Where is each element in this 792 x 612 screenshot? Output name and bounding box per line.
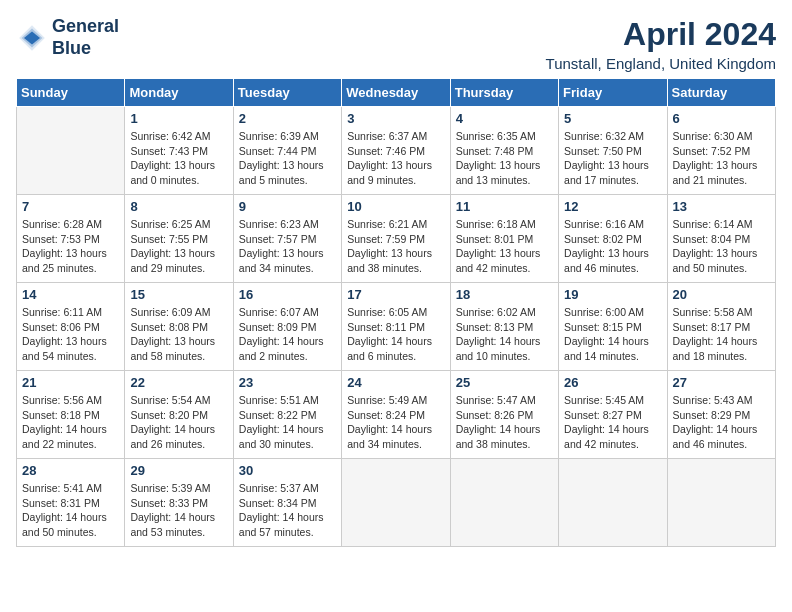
day-number: 6 xyxy=(673,111,770,126)
calendar-week-row: 1Sunrise: 6:42 AMSunset: 7:43 PMDaylight… xyxy=(17,107,776,195)
calendar-cell: 1Sunrise: 6:42 AMSunset: 7:43 PMDaylight… xyxy=(125,107,233,195)
day-info: Sunrise: 6:25 AMSunset: 7:55 PMDaylight:… xyxy=(130,217,227,276)
calendar-cell: 12Sunrise: 6:16 AMSunset: 8:02 PMDayligh… xyxy=(559,195,667,283)
day-info: Sunrise: 6:02 AMSunset: 8:13 PMDaylight:… xyxy=(456,305,553,364)
calendar-cell xyxy=(342,459,450,547)
day-info: Sunrise: 5:39 AMSunset: 8:33 PMDaylight:… xyxy=(130,481,227,540)
calendar-cell: 29Sunrise: 5:39 AMSunset: 8:33 PMDayligh… xyxy=(125,459,233,547)
day-info: Sunrise: 5:51 AMSunset: 8:22 PMDaylight:… xyxy=(239,393,336,452)
day-number: 21 xyxy=(22,375,119,390)
logo-text-line2: Blue xyxy=(52,38,119,60)
calendar-cell: 23Sunrise: 5:51 AMSunset: 8:22 PMDayligh… xyxy=(233,371,341,459)
day-number: 4 xyxy=(456,111,553,126)
calendar-cell: 4Sunrise: 6:35 AMSunset: 7:48 PMDaylight… xyxy=(450,107,558,195)
day-number: 27 xyxy=(673,375,770,390)
calendar-cell: 27Sunrise: 5:43 AMSunset: 8:29 PMDayligh… xyxy=(667,371,775,459)
day-number: 17 xyxy=(347,287,444,302)
calendar-cell: 21Sunrise: 5:56 AMSunset: 8:18 PMDayligh… xyxy=(17,371,125,459)
day-info: Sunrise: 6:14 AMSunset: 8:04 PMDaylight:… xyxy=(673,217,770,276)
logo: General Blue xyxy=(16,16,119,59)
calendar-week-row: 21Sunrise: 5:56 AMSunset: 8:18 PMDayligh… xyxy=(17,371,776,459)
day-info: Sunrise: 6:16 AMSunset: 8:02 PMDaylight:… xyxy=(564,217,661,276)
calendar-cell: 9Sunrise: 6:23 AMSunset: 7:57 PMDaylight… xyxy=(233,195,341,283)
day-info: Sunrise: 5:58 AMSunset: 8:17 PMDaylight:… xyxy=(673,305,770,364)
day-number: 1 xyxy=(130,111,227,126)
day-number: 10 xyxy=(347,199,444,214)
day-number: 22 xyxy=(130,375,227,390)
day-number: 24 xyxy=(347,375,444,390)
calendar-cell xyxy=(667,459,775,547)
day-number: 12 xyxy=(564,199,661,214)
location-title: Tunstall, England, United Kingdom xyxy=(546,55,776,72)
calendar-cell: 13Sunrise: 6:14 AMSunset: 8:04 PMDayligh… xyxy=(667,195,775,283)
calendar-cell: 7Sunrise: 6:28 AMSunset: 7:53 PMDaylight… xyxy=(17,195,125,283)
day-number: 20 xyxy=(673,287,770,302)
calendar-cell: 28Sunrise: 5:41 AMSunset: 8:31 PMDayligh… xyxy=(17,459,125,547)
day-number: 16 xyxy=(239,287,336,302)
day-info: Sunrise: 5:41 AMSunset: 8:31 PMDaylight:… xyxy=(22,481,119,540)
calendar-cell: 14Sunrise: 6:11 AMSunset: 8:06 PMDayligh… xyxy=(17,283,125,371)
calendar-cell: 11Sunrise: 6:18 AMSunset: 8:01 PMDayligh… xyxy=(450,195,558,283)
calendar-cell: 15Sunrise: 6:09 AMSunset: 8:08 PMDayligh… xyxy=(125,283,233,371)
day-info: Sunrise: 5:43 AMSunset: 8:29 PMDaylight:… xyxy=(673,393,770,452)
day-number: 2 xyxy=(239,111,336,126)
day-number: 11 xyxy=(456,199,553,214)
calendar-week-row: 28Sunrise: 5:41 AMSunset: 8:31 PMDayligh… xyxy=(17,459,776,547)
month-title: April 2024 xyxy=(546,16,776,53)
calendar-week-row: 14Sunrise: 6:11 AMSunset: 8:06 PMDayligh… xyxy=(17,283,776,371)
day-number: 7 xyxy=(22,199,119,214)
day-number: 13 xyxy=(673,199,770,214)
day-info: Sunrise: 6:35 AMSunset: 7:48 PMDaylight:… xyxy=(456,129,553,188)
day-info: Sunrise: 6:39 AMSunset: 7:44 PMDaylight:… xyxy=(239,129,336,188)
day-info: Sunrise: 5:56 AMSunset: 8:18 PMDaylight:… xyxy=(22,393,119,452)
day-info: Sunrise: 6:18 AMSunset: 8:01 PMDaylight:… xyxy=(456,217,553,276)
day-number: 23 xyxy=(239,375,336,390)
day-info: Sunrise: 6:28 AMSunset: 7:53 PMDaylight:… xyxy=(22,217,119,276)
calendar-cell: 3Sunrise: 6:37 AMSunset: 7:46 PMDaylight… xyxy=(342,107,450,195)
calendar-table: SundayMondayTuesdayWednesdayThursdayFrid… xyxy=(16,78,776,547)
calendar-cell: 25Sunrise: 5:47 AMSunset: 8:26 PMDayligh… xyxy=(450,371,558,459)
day-number: 8 xyxy=(130,199,227,214)
day-number: 25 xyxy=(456,375,553,390)
calendar-cell: 20Sunrise: 5:58 AMSunset: 8:17 PMDayligh… xyxy=(667,283,775,371)
calendar-cell: 24Sunrise: 5:49 AMSunset: 8:24 PMDayligh… xyxy=(342,371,450,459)
logo-icon xyxy=(16,22,48,54)
day-info: Sunrise: 6:09 AMSunset: 8:08 PMDaylight:… xyxy=(130,305,227,364)
day-info: Sunrise: 5:49 AMSunset: 8:24 PMDaylight:… xyxy=(347,393,444,452)
calendar-cell: 22Sunrise: 5:54 AMSunset: 8:20 PMDayligh… xyxy=(125,371,233,459)
calendar-cell xyxy=(17,107,125,195)
day-info: Sunrise: 6:05 AMSunset: 8:11 PMDaylight:… xyxy=(347,305,444,364)
calendar-cell: 19Sunrise: 6:00 AMSunset: 8:15 PMDayligh… xyxy=(559,283,667,371)
col-header-tuesday: Tuesday xyxy=(233,79,341,107)
col-header-sunday: Sunday xyxy=(17,79,125,107)
day-number: 9 xyxy=(239,199,336,214)
calendar-cell xyxy=(450,459,558,547)
day-info: Sunrise: 6:37 AMSunset: 7:46 PMDaylight:… xyxy=(347,129,444,188)
col-header-wednesday: Wednesday xyxy=(342,79,450,107)
day-number: 30 xyxy=(239,463,336,478)
day-number: 28 xyxy=(22,463,119,478)
calendar-cell: 2Sunrise: 6:39 AMSunset: 7:44 PMDaylight… xyxy=(233,107,341,195)
day-info: Sunrise: 6:23 AMSunset: 7:57 PMDaylight:… xyxy=(239,217,336,276)
col-header-saturday: Saturday xyxy=(667,79,775,107)
page-header: General Blue April 2024 Tunstall, Englan… xyxy=(16,16,776,72)
calendar-cell: 16Sunrise: 6:07 AMSunset: 8:09 PMDayligh… xyxy=(233,283,341,371)
day-number: 3 xyxy=(347,111,444,126)
day-number: 29 xyxy=(130,463,227,478)
calendar-cell: 8Sunrise: 6:25 AMSunset: 7:55 PMDaylight… xyxy=(125,195,233,283)
calendar-header-row: SundayMondayTuesdayWednesdayThursdayFrid… xyxy=(17,79,776,107)
calendar-cell: 30Sunrise: 5:37 AMSunset: 8:34 PMDayligh… xyxy=(233,459,341,547)
day-info: Sunrise: 6:21 AMSunset: 7:59 PMDaylight:… xyxy=(347,217,444,276)
day-info: Sunrise: 5:45 AMSunset: 8:27 PMDaylight:… xyxy=(564,393,661,452)
day-number: 26 xyxy=(564,375,661,390)
calendar-cell: 5Sunrise: 6:32 AMSunset: 7:50 PMDaylight… xyxy=(559,107,667,195)
day-info: Sunrise: 6:07 AMSunset: 8:09 PMDaylight:… xyxy=(239,305,336,364)
logo-text-line1: General xyxy=(52,16,119,38)
day-info: Sunrise: 5:37 AMSunset: 8:34 PMDaylight:… xyxy=(239,481,336,540)
day-number: 15 xyxy=(130,287,227,302)
title-area: April 2024 Tunstall, England, United Kin… xyxy=(546,16,776,72)
day-info: Sunrise: 5:54 AMSunset: 8:20 PMDaylight:… xyxy=(130,393,227,452)
calendar-cell: 6Sunrise: 6:30 AMSunset: 7:52 PMDaylight… xyxy=(667,107,775,195)
day-number: 19 xyxy=(564,287,661,302)
calendar-cell: 10Sunrise: 6:21 AMSunset: 7:59 PMDayligh… xyxy=(342,195,450,283)
